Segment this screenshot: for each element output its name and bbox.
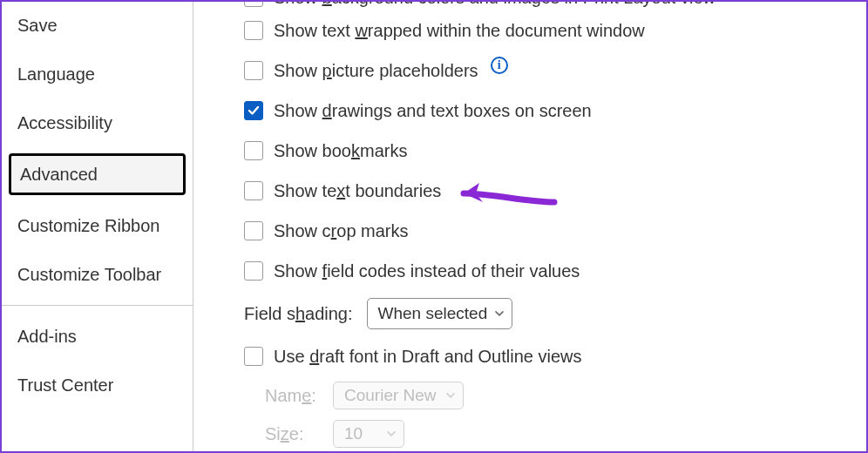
field-shading-row: Field shading: When selected [244,291,851,336]
draft-font-name-row: Name: Courier New [265,376,851,415]
chevron-down-icon [386,423,397,443]
checkbox-text-wrapped[interactable] [244,21,263,40]
sidebar-item-label: Advanced [20,165,98,184]
checkbox-background-colors[interactable] [244,2,263,7]
option-crop-marks: Show crop marks [244,211,851,251]
option-label[interactable]: Show background colors and images in Pri… [274,2,715,6]
sidebar-item-addins[interactable]: Add-ins [9,318,186,355]
draft-font-size-label: Size: [265,424,319,444]
checkbox-bookmarks[interactable] [244,141,263,160]
sidebar-item-accessibility[interactable]: Accessibility [9,105,186,141]
checkbox-field-codes[interactable] [244,261,263,281]
sidebar-item-customize-toolbar[interactable]: Customize Toolbar [9,256,186,293]
info-icon[interactable]: i [491,57,508,74]
sidebar-item-label: Language [17,64,95,84]
options-sidebar: Save Language Accessibility Advanced Cus… [2,2,193,451]
draft-font-size-row: Size: 10 [265,415,851,451]
sidebar-item-language[interactable]: Language [9,56,186,92]
draft-font-size-select: 10 [333,420,404,448]
checkbox-picture-placeholders[interactable] [244,61,263,80]
checkbox-draft-font[interactable] [244,347,263,366]
sidebar-item-trust-center[interactable]: Trust Center [9,367,186,403]
sidebar-item-label: Add-ins [17,327,77,346]
option-label[interactable]: Use draft font in Draft and Outline view… [274,347,582,367]
option-text-wrapped: Show text wrapped within the document wi… [244,10,851,51]
draft-font-name-label: Name: [265,386,319,406]
select-value: When selected [378,304,488,323]
option-draft-font: Use draft font in Draft and Outline view… [244,336,851,376]
checkbox-drawings-textboxes[interactable] [244,101,263,120]
option-label[interactable]: Show bookmarks [274,141,407,161]
sidebar-item-label: Accessibility [17,113,112,132]
option-drawings-textboxes: Show drawings and text boxes on screen [244,91,851,131]
option-label[interactable]: Show drawings and text boxes on screen [274,101,592,121]
select-value: Courier New [344,386,437,405]
sidebar-divider [2,305,193,306]
sidebar-item-save[interactable]: Save [9,7,186,44]
option-text-boundaries: Show text boundaries [244,171,851,211]
option-field-codes: Show field codes instead of their values [244,251,851,291]
sidebar-item-label: Save [17,16,58,35]
draft-font-name-select: Courier New [333,382,464,409]
select-value: 10 [344,424,363,443]
chevron-down-icon [494,303,505,322]
option-picture-placeholders: Show picture placeholders i [244,51,851,91]
checkbox-text-boundaries[interactable] [244,181,263,200]
sidebar-item-customize-ribbon[interactable]: Customize Ribbon [9,207,186,244]
sidebar-item-advanced[interactable]: Advanced [9,153,186,195]
checkbox-crop-marks[interactable] [244,221,263,240]
option-label[interactable]: Show text wrapped within the document wi… [274,21,645,41]
field-shading-select[interactable]: When selected [367,298,513,329]
option-label[interactable]: Show text boundaries [274,181,441,201]
sidebar-item-label: Customize Ribbon [17,216,159,235]
option-bookmarks: Show bookmarks [244,131,851,171]
option-background-colors: Show background colors and images in Pri… [244,2,851,10]
sidebar-item-label: Trust Center [17,375,113,395]
option-label[interactable]: Show field codes instead of their values [274,261,580,281]
option-label[interactable]: Show picture placeholders [274,61,478,81]
option-label[interactable]: Show crop marks [274,221,409,241]
options-main-panel: Show background colors and images in Pri… [193,2,866,451]
chevron-down-icon [445,385,456,404]
sidebar-item-label: Customize Toolbar [17,265,161,284]
field-shading-label: Field shading: [244,304,353,324]
